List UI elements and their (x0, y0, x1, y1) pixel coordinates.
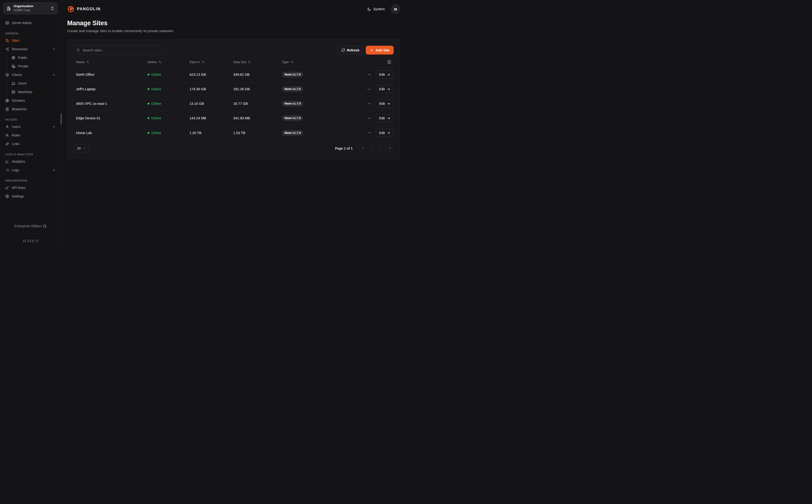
brand[interactable]: PANGOLIN (67, 5, 101, 13)
next-page-button[interactable] (377, 145, 385, 152)
ellipsis-icon (367, 116, 371, 120)
sidebar-item-public[interactable]: Public (10, 53, 58, 62)
column-header-data-in: Data In (187, 60, 231, 64)
site-type: Newt v1.7.0 (279, 115, 343, 121)
sidebar-item-links[interactable]: Links (3, 140, 58, 148)
online-dot (147, 117, 149, 119)
row-menu-button[interactable] (366, 101, 372, 106)
column-header-online: Online (145, 60, 187, 64)
columns-toggle-icon[interactable] (387, 60, 391, 64)
edit-button[interactable]: Edit (376, 100, 394, 108)
chevrons-up-down-icon (50, 6, 55, 11)
site-name: AWS VPC us-east-1 (74, 102, 145, 106)
site-data-in: 144.24 MB (187, 116, 231, 120)
table-row: Home Lab Online 1.20 TB 1.53 TB Newt v1.… (74, 126, 394, 140)
refresh-button[interactable]: Refresh (337, 46, 363, 55)
edit-label: Edit (379, 87, 385, 91)
column-label: Data Out (233, 60, 246, 64)
site-type: Newt v1.7.0 (279, 101, 343, 106)
sidebar-item-server-admin[interactable]: Server Admin (3, 19, 58, 27)
sort-icon[interactable] (202, 60, 205, 64)
row-menu-button[interactable] (366, 72, 372, 77)
laptop-icon (11, 81, 15, 86)
site-name: Edge Device 01 (74, 116, 145, 120)
globe-lock-icon (11, 64, 15, 68)
row-menu-button[interactable] (366, 86, 372, 92)
search-input[interactable] (74, 46, 165, 55)
moon-icon (367, 7, 371, 11)
row-menu-button[interactable] (366, 115, 372, 121)
sort-icon[interactable] (86, 60, 89, 64)
site-data-in: 174.30 GB (187, 87, 231, 91)
topbar-right: System M (367, 5, 400, 14)
sidebar-item-label: Private (18, 64, 29, 68)
sidebar-item-client-users[interactable]: Users (10, 79, 58, 88)
sidebar-scrollbar-thumb[interactable] (61, 114, 62, 125)
online-dot (147, 88, 149, 90)
sidebar-item-api-keys[interactable]: API Keys (3, 183, 58, 192)
table-row: Edge Device 01 Online 144.24 MB 341.93 M… (74, 111, 394, 126)
page-info: Page 1 of 1 (335, 146, 353, 150)
sidebar-item-logs[interactable]: Logs (3, 166, 58, 174)
site-data-out: 181.26 GB (231, 87, 279, 91)
chevrons-left-icon (361, 147, 365, 150)
edit-button[interactable]: Edit (376, 71, 394, 79)
sort-icon[interactable] (248, 60, 251, 64)
sites-table: Name Online Data In Data Out Type (74, 57, 394, 140)
sidebar-item-private[interactable]: Private (10, 62, 58, 71)
sites-card: Refresh Add Site Name Online D (67, 40, 400, 159)
sidebar-item-machines[interactable]: Machines (10, 88, 58, 96)
chevron-up-icon (52, 73, 56, 77)
page-size-select[interactable]: 20 (74, 144, 89, 152)
sort-icon[interactable] (158, 60, 162, 64)
sidebar-item-analytics[interactable]: Analytics (3, 157, 58, 166)
status-label: Online (151, 87, 161, 91)
first-page-button[interactable] (359, 145, 366, 152)
sidebar-item-users[interactable]: Users (3, 122, 58, 131)
type-badge: Newt v1.7.0 (282, 101, 303, 106)
sidebar-item-sites[interactable]: Sites (3, 36, 58, 45)
theme-toggle[interactable]: System (367, 7, 385, 11)
sidebar-item-label: Domains (12, 99, 25, 102)
clients-subnav: Users Machines (7, 79, 58, 96)
edition-row[interactable]: Enterprise Edition (3, 219, 58, 234)
sidebar-footer: Enterprise Edition v1.13.0 (3, 219, 58, 248)
site-type: Newt v1.7.0 (279, 72, 343, 77)
edit-button[interactable]: Edit (376, 114, 394, 122)
sidebar-item-settings[interactable]: Settings (3, 192, 58, 201)
arrow-right-icon (387, 116, 390, 120)
edit-button[interactable]: Edit (376, 85, 394, 93)
chevron-down-icon (83, 147, 86, 150)
last-page-button[interactable] (386, 145, 394, 152)
prev-page-button[interactable] (368, 145, 376, 152)
avatar-initial: M (394, 7, 397, 11)
theme-toggle-label: System (373, 7, 385, 11)
arrow-right-icon (387, 102, 390, 106)
section-label-access: ACCESS (3, 118, 58, 121)
row-menu-button[interactable] (366, 130, 372, 136)
edit-button[interactable]: Edit (376, 129, 394, 137)
sidebar-item-clients[interactable]: Clients (3, 71, 58, 79)
pagination-bar: 20 Page 1 of 1 (74, 144, 394, 152)
type-badge: Newt v1.7.0 (282, 72, 303, 77)
add-site-button[interactable]: Add Site (366, 46, 394, 55)
table-header-row: Name Online Data In Data Out Type (74, 57, 394, 67)
sidebar-item-blueprints[interactable]: Blueprints (3, 105, 58, 113)
version-row[interactable]: v1.13.0 (3, 234, 58, 248)
org-switcher-value: ACME Corp. (14, 8, 47, 12)
site-data-out: 1.53 TB (231, 131, 279, 135)
ellipsis-icon (367, 73, 371, 77)
site-data-out: 341.93 MB (231, 116, 279, 120)
site-status: Online (145, 102, 187, 106)
row-actions: Edit (343, 85, 394, 93)
sidebar-item-roles[interactable]: Roles (3, 131, 58, 140)
sidebar-item-label: Machines (18, 90, 32, 94)
column-label: Online (147, 60, 157, 64)
user-avatar[interactable]: M (391, 5, 400, 14)
sort-icon[interactable] (290, 60, 294, 64)
sidebar-item-label: Users (18, 81, 27, 85)
sidebar-item-resources[interactable]: Resources (3, 45, 58, 53)
sidebar-item-domains[interactable]: Domains (3, 96, 58, 105)
org-switcher[interactable]: Organization ACME Corp. (3, 2, 58, 14)
row-actions: Edit (343, 129, 394, 137)
